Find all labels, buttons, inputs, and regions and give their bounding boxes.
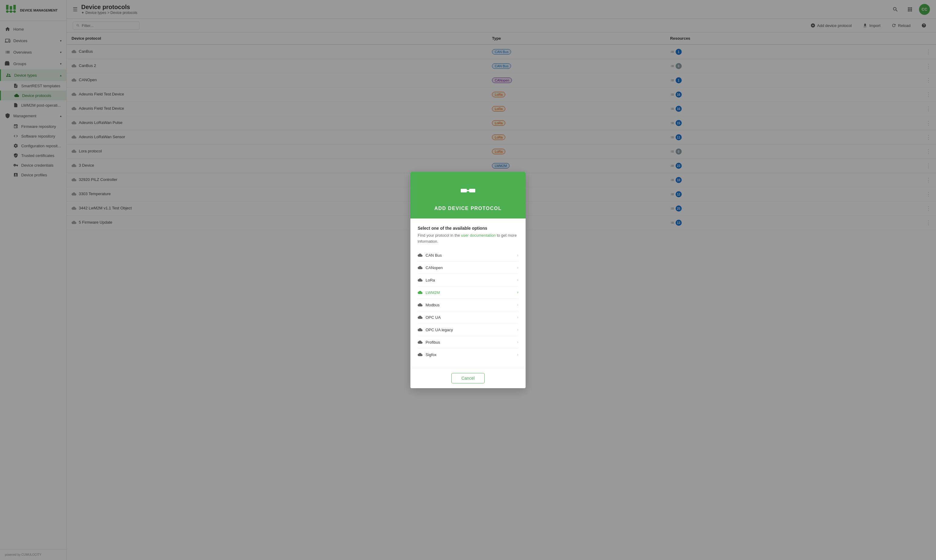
protocol-item-chevron: › xyxy=(517,328,518,332)
protocol-list-item-sigfox[interactable]: Sigfox › xyxy=(418,348,518,361)
protocol-item-chevron: › xyxy=(517,303,518,307)
protocol-list: CAN Bus › CANopen › LoRa › LWM2M › Modbu… xyxy=(418,249,518,361)
protocol-list-item-profibus[interactable]: Profibus › xyxy=(418,336,518,348)
protocol-item-icon xyxy=(418,327,423,332)
protocol-item-chevron: › xyxy=(517,290,518,295)
modal-subtitle: Select one of the available options xyxy=(418,226,518,231)
modal-header: ADD DEVICE PROTOCOL xyxy=(410,172,526,218)
add-device-protocol-modal: ADD DEVICE PROTOCOL Select one of the av… xyxy=(410,172,526,388)
svg-rect-9 xyxy=(469,189,475,192)
protocol-item-left: Profibus xyxy=(418,340,440,345)
protocol-header-icon xyxy=(458,182,478,201)
protocol-item-left: OPC UA legacy xyxy=(418,327,453,332)
protocol-item-label: Modbus xyxy=(426,303,440,307)
protocol-item-label: LWM2M xyxy=(426,290,440,295)
modal-overlay[interactable]: ADD DEVICE PROTOCOL Select one of the av… xyxy=(0,0,936,560)
protocol-item-icon xyxy=(418,253,423,258)
protocol-item-left: Modbus xyxy=(418,302,440,307)
protocol-item-icon xyxy=(418,340,423,345)
protocol-item-label: OPC UA xyxy=(426,315,441,320)
protocol-item-chevron: › xyxy=(517,265,518,270)
modal-body: Select one of the available options Find… xyxy=(410,218,526,368)
protocol-item-label: Profibus xyxy=(426,340,440,345)
modal-description: Find your protocol in the user documenta… xyxy=(418,232,518,244)
protocol-item-label: OPC UA legacy xyxy=(426,328,453,332)
protocol-item-label: CANopen xyxy=(426,265,443,270)
protocol-item-left: LWM2M xyxy=(418,290,440,295)
protocol-item-label: CAN Bus xyxy=(426,253,442,258)
protocol-item-icon xyxy=(418,290,423,295)
modal-desc-prefix: Find your protocol in the xyxy=(418,233,461,238)
protocol-item-icon xyxy=(418,352,423,357)
protocol-list-item-modbus[interactable]: Modbus › xyxy=(418,299,518,311)
svg-rect-8 xyxy=(461,189,467,192)
protocol-item-icon xyxy=(418,265,423,270)
protocol-item-chevron: › xyxy=(517,278,518,282)
protocol-item-chevron: › xyxy=(517,253,518,257)
protocol-item-left: Sigfox xyxy=(418,352,436,357)
modal-footer: Cancel xyxy=(410,368,526,388)
protocol-list-item-opc-ua[interactable]: OPC UA › xyxy=(418,311,518,324)
protocol-item-icon xyxy=(418,278,423,282)
protocol-list-item-canopen[interactable]: CANopen › xyxy=(418,262,518,274)
protocol-item-chevron: › xyxy=(517,315,518,319)
protocol-item-icon xyxy=(418,302,423,307)
svg-marker-12 xyxy=(467,189,470,192)
protocol-item-icon xyxy=(418,315,423,320)
protocol-item-left: CAN Bus xyxy=(418,253,442,258)
protocol-item-chevron: › xyxy=(517,340,518,344)
protocol-item-left: CANopen xyxy=(418,265,443,270)
cancel-button[interactable]: Cancel xyxy=(451,373,485,383)
protocol-list-item-opc-ua-legacy[interactable]: OPC UA legacy › xyxy=(418,324,518,336)
modal-title: ADD DEVICE PROTOCOL xyxy=(434,206,502,211)
protocol-item-label: Sigfox xyxy=(426,352,436,357)
protocol-list-item-can-bus[interactable]: CAN Bus › xyxy=(418,249,518,262)
protocol-list-item-lwm2m[interactable]: LWM2M › xyxy=(418,286,518,299)
protocol-item-left: OPC UA xyxy=(418,315,441,320)
protocol-list-item-lora[interactable]: LoRa › xyxy=(418,274,518,286)
protocol-item-label: LoRa xyxy=(426,278,435,282)
protocol-item-chevron: › xyxy=(517,352,518,357)
protocol-item-left: LoRa xyxy=(418,278,435,282)
user-documentation-link[interactable]: user documentation xyxy=(461,233,496,238)
